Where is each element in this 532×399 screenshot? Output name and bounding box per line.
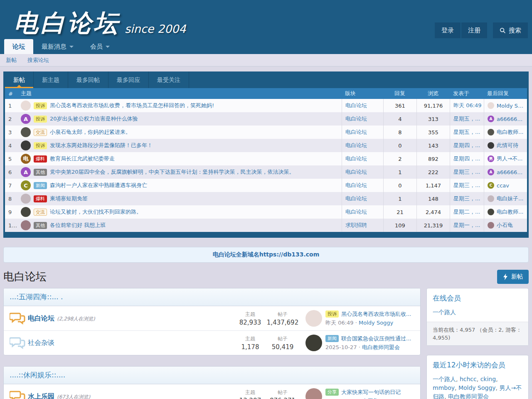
- topic-title-link[interactable]: 黑心茂名粤西农批市场乱收费，看市场员工是怎样回答的，笑死她妈!: [50, 102, 214, 109]
- category-header: ....::休闲娱乐::....: [4, 367, 420, 384]
- replies-count: 1: [383, 165, 416, 179]
- subnav-new-posts[interactable]: 新帖: [6, 57, 17, 64]
- forum-link[interactable]: 电白论坛: [342, 165, 383, 179]
- forum-link[interactable]: 电白论坛: [342, 179, 383, 192]
- topic-title-link[interactable]: 小泉石龟太郎，你妈的赶紧进来。: [50, 128, 131, 136]
- forum-link[interactable]: 电白论坛: [342, 99, 383, 112]
- last-post-author[interactable]: Moldy Soggy: [359, 320, 393, 326]
- member-link[interactable]: 一个路人: [433, 376, 460, 382]
- avatar[interactable]: A: [488, 116, 494, 122]
- avatar[interactable]: [305, 310, 322, 327]
- domain-announcement-banner[interactable]: 电白论坛全新域名https://db133.com: [3, 247, 529, 263]
- posted-time[interactable]: 昨天 06:49: [450, 99, 484, 112]
- tab-most-followed[interactable]: 最受关注: [149, 71, 189, 88]
- avatar[interactable]: A: [21, 114, 31, 124]
- last-reply-user[interactable]: a66666699: [497, 116, 524, 122]
- member-link[interactable]: hchcc: [460, 376, 480, 382]
- forum-link[interactable]: 电白论坛: [342, 126, 383, 139]
- last-reply-user[interactable]: a66666699: [497, 169, 524, 175]
- avatar[interactable]: C: [21, 180, 31, 190]
- last-post-title[interactable]: 联合国紧急会议压倒性通过...: [341, 335, 411, 342]
- member-link[interactable]: mmboy: [433, 384, 458, 391]
- last-post-title[interactable]: 大家快来写一句话的日记: [341, 389, 401, 396]
- posted-time[interactable]: 星期四，...: [450, 152, 484, 165]
- avatar[interactable]: A: [21, 167, 31, 177]
- topic-title-link[interactable]: 论坛又被封，大伙们找不到回家的路。: [50, 208, 142, 216]
- avatar[interactable]: [488, 142, 494, 149]
- avatar[interactable]: [488, 195, 494, 202]
- member-link[interactable]: 一个路人: [433, 309, 456, 315]
- posted-time[interactable]: 星期三，...: [450, 165, 484, 179]
- topic-row: 8 爆料柬埔寨短期免签 电白论坛 1 148 星期三，... 电白妹子...: [5, 192, 527, 205]
- forum-link[interactable]: 电白论坛: [342, 152, 383, 165]
- avatar[interactable]: [488, 102, 494, 109]
- last-post-author[interactable]: 电白教师同盟会: [362, 344, 400, 350]
- posted-time[interactable]: 星期三，...: [450, 192, 484, 205]
- avatar[interactable]: [21, 220, 31, 230]
- forum-link[interactable]: 电白论坛: [342, 205, 383, 219]
- last-reply-user[interactable]: 小石龟: [497, 222, 513, 229]
- member-link[interactable]: 电白教师同盟会: [448, 393, 489, 399]
- last-reply-user[interactable]: 此情可待: [497, 142, 518, 149]
- topic-title-link[interactable]: 森沟村一户人家在家中熟睡遭遇车祸身亡: [50, 182, 147, 189]
- posted-time[interactable]: 星期二，...: [450, 205, 484, 219]
- forum-name-link[interactable]: 社会杂谈: [28, 339, 54, 347]
- last-reply-user[interactable]: 电白教师...: [497, 208, 523, 216]
- posted-time[interactable]: 星期一，...: [450, 219, 484, 232]
- last-reply-user[interactable]: 电白妹子...: [497, 195, 523, 202]
- last-post-author[interactable]: 小石龟: [362, 398, 378, 399]
- posted-time[interactable]: 星期三，...: [450, 179, 484, 192]
- avatar[interactable]: [21, 207, 31, 217]
- member-link[interactable]: cking: [480, 376, 498, 382]
- replies-count: 2: [383, 152, 416, 165]
- forum-name-link[interactable]: 水上乐园: [28, 392, 54, 399]
- topic-title-link[interactable]: 发现水东两处路段沙井盖像陷阱！已多年！: [50, 142, 153, 149]
- avatar[interactable]: [488, 129, 494, 135]
- avatar[interactable]: [488, 222, 494, 229]
- nav-tab-latest-news[interactable]: 最新消息: [33, 39, 82, 54]
- tab-new-threads[interactable]: 新主题: [34, 71, 68, 88]
- posted-time[interactable]: 星期四，...: [450, 139, 484, 152]
- avatar[interactable]: [21, 127, 31, 137]
- avatar[interactable]: A: [488, 169, 494, 175]
- topic-title-link[interactable]: 柬埔寨短期免签: [50, 195, 88, 202]
- replies-count: 0: [383, 139, 416, 152]
- tab-new-posts[interactable]: 新帖: [5, 71, 34, 88]
- nav-tab-forum[interactable]: 论坛: [4, 39, 33, 54]
- avatar[interactable]: 电: [21, 154, 31, 164]
- forum-link[interactable]: 电白论坛: [342, 139, 383, 152]
- topic-title-link[interactable]: 20岁出头被公权力迫害是种什么体验: [50, 115, 138, 123]
- forum-name-link[interactable]: 电白论坛: [28, 314, 54, 323]
- forum-link[interactable]: 求职招聘: [342, 219, 383, 232]
- nav-tab-members[interactable]: 会员: [82, 39, 118, 54]
- avatar[interactable]: [488, 209, 494, 215]
- last-reply-user[interactable]: Moldy So...: [497, 103, 524, 109]
- tab-most-replies[interactable]: 最多回帖: [68, 71, 108, 88]
- avatar[interactable]: C: [488, 182, 494, 189]
- last-reply-user[interactable]: 电白教师...: [497, 128, 523, 136]
- last-reply-user[interactable]: 男人→不...: [497, 155, 522, 163]
- topic-badge: 其他: [34, 169, 47, 176]
- register-button[interactable]: 注册: [461, 22, 487, 38]
- topic-title-link[interactable]: 各位前辈们好 我想上班: [50, 222, 106, 229]
- avatar[interactable]: [21, 194, 31, 204]
- avatar[interactable]: [21, 140, 31, 150]
- posted-time[interactable]: 星期五，...: [450, 112, 484, 126]
- subnav-search-forum[interactable]: 搜索论坛: [27, 57, 49, 64]
- forum-link[interactable]: 电白论坛: [342, 192, 383, 205]
- forum-link[interactable]: 电白论坛: [342, 112, 383, 126]
- tab-most-responses[interactable]: 最多回应: [108, 71, 149, 88]
- last-reply-user[interactable]: ccav: [497, 182, 509, 189]
- avatar[interactable]: [21, 101, 31, 111]
- avatar[interactable]: 男: [488, 155, 494, 162]
- new-post-button[interactable]: 新帖: [497, 270, 529, 284]
- posted-time[interactable]: 星期五，...: [450, 126, 484, 139]
- login-button[interactable]: 登录: [435, 22, 461, 38]
- avatar[interactable]: [305, 388, 322, 399]
- search-button[interactable]: 搜索: [493, 22, 528, 38]
- member-link[interactable]: Moldy Soggy: [458, 384, 500, 391]
- avatar[interactable]: [305, 335, 322, 351]
- topic-title-link[interactable]: 教育局长江允武被纪委带走: [50, 155, 115, 163]
- topic-title-link[interactable]: 党中央第20届四中全会，反腐旗帜鲜明，中央下达新五年计划：坚持科学决策，民主决策…: [50, 168, 295, 176]
- last-post-title[interactable]: 黑心茂名粤西农批市场乱收...: [341, 310, 411, 318]
